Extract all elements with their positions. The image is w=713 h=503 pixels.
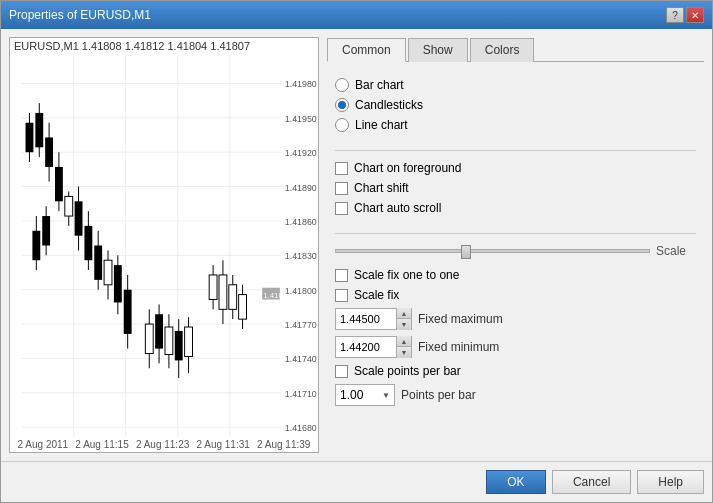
fixed-min-input[interactable]: [336, 337, 396, 357]
svg-text:1.41950: 1.41950: [285, 114, 317, 124]
checkbox-shift[interactable]: Chart shift: [335, 181, 696, 195]
fixed-max-input[interactable]: [336, 309, 396, 329]
svg-rect-31: [45, 137, 53, 166]
time-label-4: 2 Aug 11:31: [196, 439, 249, 450]
svg-rect-43: [84, 226, 92, 260]
tab-colors[interactable]: Colors: [470, 38, 535, 62]
radio-candlesticks-input[interactable]: [335, 98, 349, 112]
svg-text:1.4180: 1.4180: [263, 291, 288, 300]
fixed-min-spinners: ▲ ▼: [396, 336, 411, 358]
radio-bar-chart-input[interactable]: [335, 78, 349, 92]
points-label: Points per bar: [401, 388, 476, 402]
checkbox-autoscroll[interactable]: Chart auto scroll: [335, 201, 696, 215]
chart-header: EURUSD,M1 1.41808 1.41812 1.41804 1.4180…: [10, 38, 318, 54]
title-bar: Properties of EURUSD,M1 ? ✕: [1, 1, 712, 29]
checkbox-scale-fix-one-label: Scale fix one to one: [354, 268, 459, 282]
svg-rect-41: [75, 201, 83, 235]
svg-rect-55: [155, 314, 163, 348]
fixed-max-input-group: ▲ ▼: [335, 308, 412, 330]
checkbox-scale-fix-input[interactable]: [335, 289, 348, 302]
separator-2: [335, 233, 696, 234]
time-label-5: 2 Aug 11:39: [257, 439, 310, 450]
dialog-title: Properties of EURUSD,M1: [9, 8, 151, 22]
svg-text:1.41890: 1.41890: [285, 183, 317, 193]
svg-rect-27: [26, 123, 34, 152]
svg-rect-35: [65, 196, 73, 216]
fixed-max-down[interactable]: ▼: [397, 319, 411, 330]
fixed-max-up[interactable]: ▲: [397, 308, 411, 319]
svg-rect-69: [239, 295, 247, 320]
radio-candlesticks[interactable]: Candlesticks: [335, 98, 696, 112]
help-title-button[interactable]: ?: [666, 7, 684, 23]
svg-rect-63: [209, 275, 217, 300]
chart-panel: EURUSD,M1 1.41808 1.41812 1.41804 1.4180…: [9, 37, 319, 453]
fixed-min-down[interactable]: ▼: [397, 347, 411, 358]
scale-section: Scale Scale fix one to one Scale fix: [335, 244, 696, 406]
svg-text:1.41980: 1.41980: [285, 79, 317, 89]
points-value: 1.00: [340, 388, 363, 402]
chart-options-group: Chart on foreground Chart shift Chart au…: [335, 161, 696, 215]
tab-common[interactable]: Common: [327, 38, 406, 62]
bottom-bar: OK Cancel Help: [1, 461, 712, 502]
tab-show[interactable]: Show: [408, 38, 468, 62]
dropdown-arrow-icon: ▼: [382, 391, 390, 400]
checkbox-scale-fix-one[interactable]: Scale fix one to one: [335, 268, 696, 282]
chart-svg: 1.41980 1.41950 1.41920 1.41890 1.41860 …: [10, 54, 318, 437]
checkbox-scale-points-input[interactable]: [335, 365, 348, 378]
form-area: Bar chart Candlesticks Line chart: [327, 70, 704, 453]
fixed-min-up[interactable]: ▲: [397, 336, 411, 347]
svg-rect-37: [32, 231, 40, 260]
svg-rect-33: [55, 167, 63, 201]
checkbox-scale-fix[interactable]: Scale fix: [335, 288, 696, 302]
scale-slider[interactable]: [335, 249, 650, 253]
checkbox-scale-points[interactable]: Scale points per bar: [335, 364, 696, 378]
svg-rect-57: [165, 327, 173, 354]
svg-rect-65: [219, 275, 227, 309]
svg-text:1.41740: 1.41740: [285, 354, 317, 364]
close-button[interactable]: ✕: [686, 7, 704, 23]
svg-rect-59: [175, 331, 183, 360]
content-area: EURUSD,M1 1.41808 1.41812 1.41804 1.4180…: [1, 29, 712, 461]
help-button[interactable]: Help: [637, 470, 704, 494]
points-per-bar-group: 1.00 ▼ Points per bar: [335, 384, 696, 406]
checkbox-shift-label: Chart shift: [354, 181, 409, 195]
fixed-min-label: Fixed minimum: [418, 340, 499, 354]
radio-bar-chart-label: Bar chart: [355, 78, 404, 92]
svg-rect-51: [124, 290, 132, 334]
chart-area: 1.41980 1.41950 1.41920 1.41890 1.41860 …: [10, 54, 318, 437]
svg-text:1.41860: 1.41860: [285, 217, 317, 227]
tab-bar: Common Show Colors: [327, 37, 704, 62]
fixed-min-row: ▲ ▼ Fixed minimum: [335, 336, 696, 358]
fixed-min-input-group: ▲ ▼: [335, 336, 412, 358]
scale-label: Scale: [656, 244, 696, 258]
title-bar-buttons: ? ✕: [666, 7, 704, 23]
svg-text:1.41830: 1.41830: [285, 251, 317, 261]
checkbox-shift-input[interactable]: [335, 182, 348, 195]
checkbox-autoscroll-input[interactable]: [335, 202, 348, 215]
svg-text:1.41920: 1.41920: [285, 148, 317, 158]
radio-bar-chart[interactable]: Bar chart: [335, 78, 696, 92]
separator-1: [335, 150, 696, 151]
cancel-button[interactable]: Cancel: [552, 470, 631, 494]
checkbox-scale-fix-label: Scale fix: [354, 288, 399, 302]
scale-thumb[interactable]: [461, 245, 471, 259]
ok-button[interactable]: OK: [486, 470, 546, 494]
svg-rect-53: [145, 324, 153, 353]
checkbox-scale-fix-one-input[interactable]: [335, 269, 348, 282]
svg-text:1.41680: 1.41680: [285, 423, 317, 433]
svg-rect-47: [104, 260, 112, 285]
fixed-max-spinners: ▲ ▼: [396, 308, 411, 330]
radio-line-chart-input[interactable]: [335, 118, 349, 132]
svg-rect-49: [114, 265, 122, 302]
checkbox-foreground[interactable]: Chart on foreground: [335, 161, 696, 175]
chart-footer: 2 Aug 2011 2 Aug 11:15 2 Aug 11:23 2 Aug…: [10, 437, 318, 452]
dialog: Properties of EURUSD,M1 ? ✕ EURUSD,M1 1.…: [0, 0, 713, 503]
checkbox-foreground-input[interactable]: [335, 162, 348, 175]
time-label-1: 2 Aug 2011: [18, 439, 69, 450]
radio-line-chart[interactable]: Line chart: [335, 118, 696, 132]
svg-rect-45: [94, 246, 102, 280]
checkbox-scale-points-label: Scale points per bar: [354, 364, 461, 378]
right-panel: Common Show Colors Bar chart Candlestick…: [327, 37, 704, 453]
radio-candlesticks-label: Candlesticks: [355, 98, 423, 112]
points-dropdown[interactable]: 1.00 ▼: [335, 384, 395, 406]
